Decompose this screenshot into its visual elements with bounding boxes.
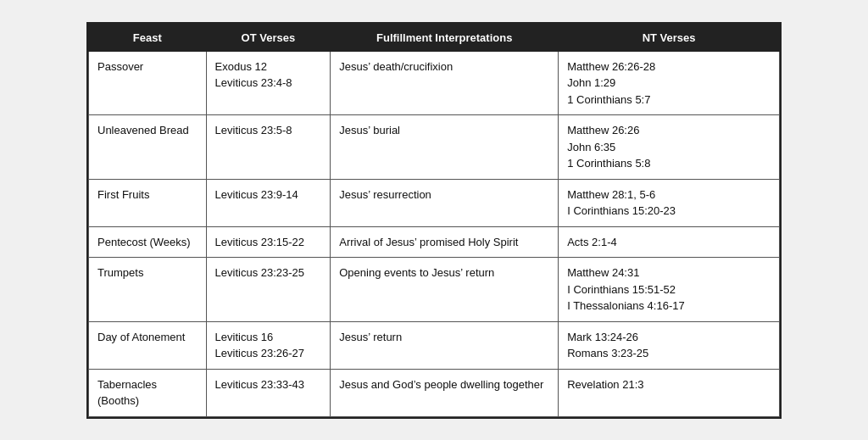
cell-fulfillment-3: Arrival of Jesus’ promised Holy Spirit: [331, 226, 559, 258]
cell-ot_verses-1: Leviticus 23:5-8: [206, 115, 331, 180]
cell-ot_verses-5: Leviticus 16Leviticus 23:26-27: [206, 321, 331, 369]
header-feast: Feast: [89, 24, 207, 51]
cell-ot_verses-4: Leviticus 23:23-25: [206, 258, 331, 322]
cell-nt_verses-6: Revelation 21:3: [559, 369, 780, 416]
table-row: Unleavened BreadLeviticus 23:5-8Jesus’ b…: [89, 115, 780, 180]
cell-ot_verses-6: Leviticus 23:33-43: [206, 369, 331, 416]
cell-feast-3: Pentecost (Weeks): [89, 226, 207, 258]
cell-fulfillment-5: Jesus’ return: [331, 321, 559, 369]
header-nt-verses: NT Verses: [559, 24, 780, 51]
cell-feast-2: First Fruits: [89, 179, 207, 226]
cell-feast-6: Tabernacles (Booths): [89, 369, 207, 416]
cell-ot_verses-2: Leviticus 23:9-14: [206, 179, 331, 226]
table-header-row: Feast OT Verses Fulfillment Interpretati…: [89, 24, 780, 51]
header-fulfillment: Fulfillment Interpretations: [331, 24, 559, 51]
cell-fulfillment-6: Jesus and God’s people dwelling together: [331, 369, 559, 416]
table-row: Tabernacles (Booths)Leviticus 23:33-43Je…: [89, 369, 780, 416]
table-row: Pentecost (Weeks)Leviticus 23:15-22Arriv…: [89, 226, 780, 258]
header-ot-verses: OT Verses: [206, 24, 331, 51]
cell-fulfillment-4: Opening events to Jesus’ return: [331, 258, 559, 322]
cell-fulfillment-1: Jesus’ burial: [331, 115, 559, 180]
table-row: PassoverExodus 12Leviticus 23:4-8Jesus’ …: [89, 51, 780, 115]
cell-fulfillment-2: Jesus’ resurrection: [331, 179, 559, 226]
cell-nt_verses-5: Mark 13:24-26Romans 3:23-25: [559, 321, 780, 369]
cell-feast-5: Day of Atonement: [89, 321, 207, 369]
cell-feast-4: Trumpets: [89, 258, 207, 322]
cell-nt_verses-0: Matthew 26:26-28John 1:291 Corinthians 5…: [559, 51, 780, 115]
table-row: Day of AtonementLeviticus 16Leviticus 23…: [89, 321, 780, 369]
cell-nt_verses-1: Matthew 26:26John 6:351 Corinthians 5:8: [559, 115, 780, 180]
cell-ot_verses-3: Leviticus 23:15-22: [206, 226, 331, 258]
cell-fulfillment-0: Jesus’ death/crucifixion: [331, 51, 559, 115]
feasts-table-container: Feast OT Verses Fulfillment Interpretati…: [86, 22, 782, 419]
cell-nt_verses-3: Acts 2:1-4: [559, 226, 780, 258]
table-row: TrumpetsLeviticus 23:23-25Opening events…: [89, 258, 780, 322]
table-row: First FruitsLeviticus 23:9-14Jesus’ resu…: [89, 179, 780, 226]
feasts-table: Feast OT Verses Fulfillment Interpretati…: [88, 24, 780, 417]
cell-nt_verses-2: Matthew 28:1, 5-6I Corinthians 15:20-23: [559, 179, 780, 226]
cell-ot_verses-0: Exodus 12Leviticus 23:4-8: [206, 51, 331, 115]
cell-nt_verses-4: Matthew 24:31I Corinthians 15:51-52I The…: [559, 258, 780, 322]
cell-feast-1: Unleavened Bread: [89, 115, 207, 180]
cell-feast-0: Passover: [89, 51, 207, 115]
